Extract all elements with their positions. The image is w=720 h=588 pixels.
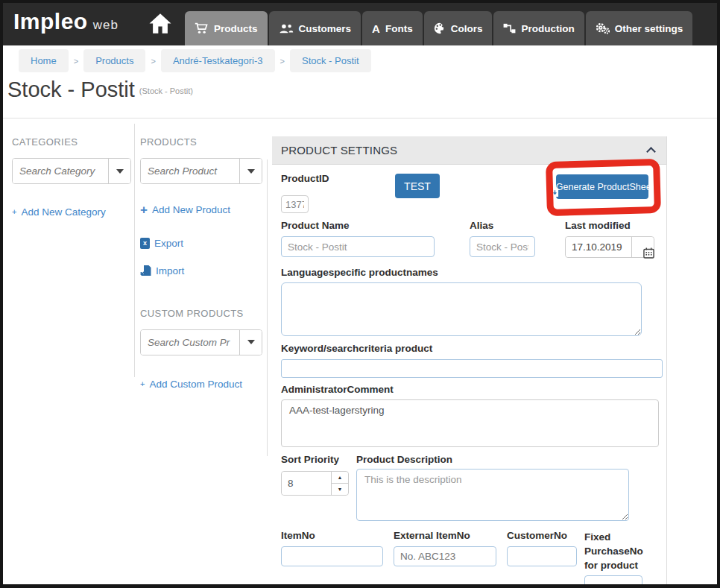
- caret-down-icon: [247, 169, 255, 174]
- tab-customers[interactable]: Customers: [269, 11, 361, 45]
- collapse-chevron-icon[interactable]: [646, 147, 656, 157]
- product-id-input[interactable]: [281, 195, 309, 213]
- calendar-button[interactable]: [631, 237, 654, 257]
- breadcrumb-separator: >: [151, 57, 155, 66]
- app-window: Impleoweb Products Customers A F: [0, 0, 720, 588]
- tab-label: Production: [521, 23, 574, 34]
- category-search-combo: [12, 158, 131, 184]
- column-divider: [267, 159, 268, 456]
- generate-productsheet-button[interactable]: Generate ProductSheet: [556, 174, 648, 199]
- admin-comment-textarea[interactable]: AAA-test-lagerstyring: [281, 399, 659, 447]
- fixed-purchase-no-input[interactable]: [584, 575, 642, 588]
- external-item-no-input[interactable]: [394, 546, 496, 566]
- column-divider: [134, 124, 135, 377]
- cart-icon: [195, 22, 209, 34]
- palette-icon: [434, 22, 446, 34]
- customer-no-label: CustomerNo: [507, 530, 567, 541]
- page-title: Stock - Postit(Stock - Postit): [7, 78, 193, 102]
- font-icon: A: [372, 22, 380, 35]
- langspec-label: Languagespecific productnames: [281, 267, 438, 278]
- users-icon: [279, 23, 294, 34]
- plus-icon: +: [12, 208, 16, 216]
- caret-down-icon: [116, 169, 124, 174]
- breadcrumb-category[interactable]: André-Testkategori-3: [161, 49, 275, 72]
- breadcrumb-products[interactable]: Products: [83, 49, 145, 72]
- keyword-input[interactable]: [281, 359, 663, 378]
- content-divider: [0, 118, 720, 118]
- description-textarea[interactable]: This is the description: [356, 469, 629, 521]
- logo-suffix: web: [93, 18, 119, 32]
- last-modified-input[interactable]: [566, 237, 631, 257]
- tab-label: Colors: [451, 23, 483, 34]
- custom-product-dropdown-button[interactable]: [239, 330, 262, 355]
- breadcrumb-home[interactable]: Home: [19, 49, 69, 72]
- tab-colors[interactable]: Colors: [424, 11, 493, 45]
- product-search-combo: [140, 158, 262, 184]
- tab-label: Other settings: [615, 23, 683, 34]
- home-button[interactable]: [146, 12, 174, 37]
- page-subtitle: (Stock - Postit): [139, 86, 193, 95]
- product-dropdown-button[interactable]: [239, 159, 262, 183]
- export-excel-icon: x: [140, 238, 150, 249]
- breadcrumb-separator: >: [74, 57, 78, 66]
- panel-header[interactable]: PRODUCT SETTINGS: [272, 136, 666, 165]
- custom-product-search-combo: [140, 329, 262, 355]
- tab-other-settings[interactable]: Other settings: [586, 11, 693, 45]
- nav-tabs: Products Customers A Fonts Colors: [185, 11, 692, 45]
- add-custom-product-link[interactable]: + Add Custom Product: [140, 379, 242, 390]
- product-id-label: ProductID: [281, 173, 329, 184]
- plus-icon: +: [140, 380, 145, 388]
- sort-priority-stepper: ▲ ▼: [281, 471, 349, 496]
- test-button[interactable]: TEST: [395, 174, 440, 198]
- home-icon: [148, 13, 172, 37]
- custom-products-header: CUSTOM PRODUCTS: [140, 308, 262, 319]
- sort-priority-label: Sort Priority: [281, 454, 339, 465]
- caret-down-icon: [247, 340, 255, 344]
- tab-production[interactable]: Production: [493, 11, 584, 45]
- stepper-up-button[interactable]: ▲: [332, 472, 348, 484]
- export-link[interactable]: x Export: [140, 238, 183, 249]
- breadcrumb-separator: >: [280, 57, 285, 66]
- keyword-label: Keyword/searchcriteria product: [281, 343, 432, 354]
- category-dropdown-button[interactable]: [108, 159, 130, 183]
- import-link[interactable]: Import: [140, 265, 184, 276]
- panel-title: PRODUCT SETTINGS: [281, 144, 397, 157]
- products-header: PRODUCTS: [140, 136, 262, 148]
- app-logo: Impleoweb: [13, 9, 119, 34]
- product-name-input[interactable]: [281, 236, 435, 257]
- last-modified-group: [565, 236, 654, 258]
- admin-comment-label: AdministratorComment: [281, 384, 394, 395]
- customer-no-input[interactable]: [507, 546, 577, 566]
- langspec-textarea[interactable]: [281, 282, 642, 336]
- alias-input[interactable]: [470, 236, 535, 257]
- production-icon: [503, 23, 516, 34]
- custom-product-search-input[interactable]: [141, 330, 239, 355]
- add-category-link[interactable]: + Add New Category: [12, 206, 106, 218]
- category-search-input[interactable]: [13, 159, 108, 183]
- top-navbar: Impleoweb Products Customers A F: [0, 0, 720, 45]
- tab-label: Products: [214, 23, 258, 34]
- import-icon: [140, 265, 151, 276]
- breadcrumb-current[interactable]: Stock - Postit: [290, 49, 371, 72]
- sort-priority-input[interactable]: [282, 472, 331, 495]
- products-panel: PRODUCTS + Add New Product x Export Impo…: [140, 136, 262, 390]
- categories-header: CATEGORIES: [12, 136, 131, 148]
- product-search-input[interactable]: [141, 159, 239, 183]
- tab-fonts[interactable]: A Fonts: [362, 11, 423, 45]
- fixed-purchase-no-label: Fixed PurchaseNo for product: [584, 530, 656, 572]
- tab-label: Customers: [299, 23, 352, 34]
- breadcrumb: Home > Products > André-Testkategori-3 >…: [19, 49, 371, 72]
- last-modified-label: Last modified: [565, 220, 631, 231]
- product-settings-panel: PRODUCT SETTINGS ProductID TEST Generate…: [272, 136, 667, 585]
- alias-label: Alias: [470, 220, 493, 231]
- tab-label: Fonts: [385, 23, 413, 34]
- stepper-down-button[interactable]: ▼: [332, 484, 348, 495]
- item-no-label: ItemNo: [281, 530, 315, 541]
- tab-products[interactable]: Products: [185, 11, 268, 45]
- categories-panel: CATEGORIES + Add New Category: [12, 136, 131, 218]
- logo-text: Impleo: [13, 9, 88, 34]
- add-product-link[interactable]: + Add New Product: [140, 203, 230, 216]
- item-no-input[interactable]: [281, 546, 383, 566]
- product-name-label: Product Name: [281, 220, 350, 231]
- description-label: Product Description: [356, 454, 452, 465]
